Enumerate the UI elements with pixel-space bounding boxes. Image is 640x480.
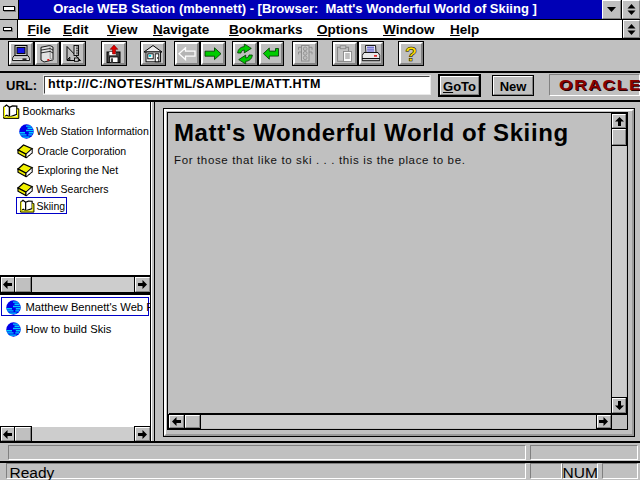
svg-text:?: ? [404, 43, 416, 64]
